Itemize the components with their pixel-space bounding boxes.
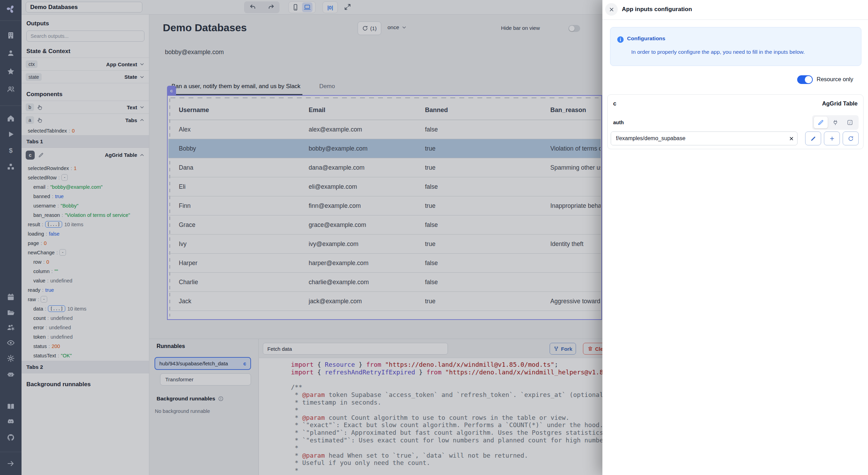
book-icon[interactable] bbox=[7, 402, 15, 411]
output-tree-row-ready[interactable]: ready:true bbox=[22, 285, 149, 295]
table-row[interactable]: Bobbybobby@example.comtrueViolation of t… bbox=[168, 139, 601, 158]
folder-icon[interactable] bbox=[7, 308, 15, 317]
component-row-c[interactable]: c AgGrid Table bbox=[22, 148, 149, 162]
tabs1-section-header[interactable]: Tabs 1 bbox=[22, 135, 149, 148]
text-component[interactable]: bobby@example.com bbox=[165, 49, 224, 56]
chevron-up-icon[interactable] bbox=[139, 152, 145, 158]
canvas-tab-1[interactable]: Demo bbox=[317, 80, 337, 95]
table-row[interactable]: Finnfinn@example.comtrueInappropriate be… bbox=[168, 196, 601, 215]
grid-align-button[interactable]: |0| bbox=[323, 1, 338, 13]
runnable-item-fetch-data[interactable]: hub/943/supabase/fetch_data c bbox=[155, 357, 251, 370]
column-header-username[interactable]: Username bbox=[179, 107, 309, 114]
output-tree-row-selectedRowIndex[interactable]: selectedRowIndex:1 bbox=[22, 163, 149, 173]
connect-mode-button[interactable] bbox=[828, 117, 842, 128]
app-title-input[interactable] bbox=[26, 2, 142, 12]
pencil-icon[interactable] bbox=[38, 152, 44, 158]
table-row[interactable]: Ivyivy@example.comtrueIdentity theft bbox=[168, 235, 601, 254]
canvas-tab-0[interactable]: Ban a user, notify them by email, and us… bbox=[169, 80, 302, 95]
tree-value[interactable]: - bbox=[61, 174, 68, 181]
reload-resource-button[interactable] bbox=[843, 132, 859, 145]
column-header-email[interactable]: Email bbox=[309, 107, 425, 114]
users-icon[interactable] bbox=[7, 85, 15, 93]
dollar-icon[interactable]: $ bbox=[7, 146, 15, 155]
output-tree-row-status[interactable]: status:200 bbox=[22, 341, 149, 351]
tabs2-section-header[interactable]: Tabs 2 bbox=[22, 361, 149, 373]
table-row[interactable]: Danadana@example.comtrueSpamming other u… bbox=[168, 158, 601, 177]
output-tree-row-ban_reason[interactable]: ban_reason:"Violation of terms of servic… bbox=[22, 210, 149, 220]
schedule-select[interactable]: once bbox=[387, 24, 407, 31]
table-row[interactable]: Jackjack@example.comtrueAggressive towar… bbox=[168, 292, 601, 311]
output-tree-row-email[interactable]: email:"bobby@example.com" bbox=[22, 182, 149, 192]
output-tree-row-selectedRow[interactable]: selectedRow:- bbox=[22, 173, 149, 182]
chevron-down-icon[interactable] bbox=[139, 74, 145, 80]
redo-icon[interactable] bbox=[267, 3, 275, 11]
output-tree-row-statusText[interactable]: statusText:"OK" bbox=[22, 351, 149, 360]
code-editor[interactable]: import { Resource } from "https://deno.l… bbox=[259, 358, 603, 475]
component-row-a[interactable]: a Tabs bbox=[22, 113, 149, 126]
boxes-icon[interactable] bbox=[7, 163, 15, 171]
desktop-view-icon[interactable] bbox=[302, 2, 312, 12]
chevron-up-icon[interactable] bbox=[139, 117, 145, 123]
table-row[interactable]: Gracegrace@example.comfalse bbox=[168, 215, 601, 235]
output-tree-row-newChange[interactable]: newChange:- bbox=[22, 248, 149, 257]
chevron-down-icon[interactable] bbox=[139, 61, 145, 67]
output-tree-row-token[interactable]: token:undefined bbox=[22, 332, 149, 341]
output-tree-row-loading[interactable]: loading:false bbox=[22, 229, 149, 238]
play-icon[interactable] bbox=[7, 130, 15, 138]
hide-bar-toggle[interactable] bbox=[568, 25, 580, 32]
output-tree-row-count[interactable]: count:undefined bbox=[22, 313, 149, 323]
aggrid-table-component[interactable]: c UsernameEmailBannedBan_reason Alexalex… bbox=[167, 95, 602, 320]
discord-icon[interactable] bbox=[7, 417, 15, 426]
runnable-item-transformer[interactable]: Transformer bbox=[160, 373, 251, 385]
output-tree-row-data[interactable]: data:[...]10 items bbox=[22, 304, 149, 313]
static-mode-button[interactable] bbox=[814, 117, 828, 128]
search-outputs-input[interactable] bbox=[26, 31, 144, 42]
tree-value[interactable]: - bbox=[41, 296, 47, 303]
clear-resource-button[interactable] bbox=[785, 136, 797, 141]
table-row[interactable]: Harperharper@example.comfalse bbox=[168, 254, 601, 273]
add-resource-button[interactable] bbox=[824, 132, 840, 145]
component-row-b[interactable]: b Text bbox=[22, 101, 149, 113]
column-header-ban_reason[interactable]: Ban_reason bbox=[550, 107, 601, 114]
output-tree-row-column[interactable]: column:"" bbox=[22, 266, 149, 276]
table-row[interactable]: Alexalex@example.comfalse bbox=[168, 120, 601, 139]
refresh-app-button[interactable]: (1) bbox=[358, 22, 381, 35]
output-tree-row-row[interactable]: row:0 bbox=[22, 257, 149, 266]
building-icon[interactable] bbox=[7, 31, 15, 40]
star-icon[interactable] bbox=[7, 67, 15, 76]
output-tree-row-result[interactable]: result:[...]10 items bbox=[22, 220, 149, 229]
output-row-state[interactable]: state State bbox=[22, 70, 149, 83]
column-header-banned[interactable]: Banned bbox=[425, 107, 550, 114]
resource-only-toggle[interactable] bbox=[797, 75, 813, 84]
tree-value[interactable]: - bbox=[59, 249, 66, 256]
edit-resource-button[interactable] bbox=[805, 132, 821, 145]
eval-mode-button[interactable]: f bbox=[843, 117, 857, 128]
github-icon[interactable] bbox=[7, 433, 15, 442]
tree-value[interactable]: [...] bbox=[45, 221, 62, 228]
gear-icon[interactable] bbox=[7, 354, 15, 363]
output-tree-row-banned[interactable]: banned:true bbox=[22, 192, 149, 201]
arrow-right-icon[interactable] bbox=[7, 459, 15, 468]
user-icon[interactable] bbox=[7, 49, 15, 57]
users-cog-icon[interactable] bbox=[7, 323, 15, 332]
home-icon[interactable] bbox=[7, 114, 15, 122]
undo-icon[interactable] bbox=[249, 3, 257, 11]
resource-path-input[interactable] bbox=[611, 132, 785, 145]
output-tree-row-username[interactable]: username:"Bobby" bbox=[22, 201, 149, 210]
mobile-view-icon[interactable] bbox=[292, 3, 299, 11]
bot-icon[interactable] bbox=[7, 370, 15, 378]
output-tree-row-value[interactable]: value:undefined bbox=[22, 276, 149, 285]
output-tree-row-page[interactable]: page:0 bbox=[22, 238, 149, 248]
tree-value[interactable]: [...] bbox=[48, 305, 65, 312]
maximize-icon[interactable] bbox=[344, 3, 351, 11]
runnable-name-input[interactable] bbox=[263, 343, 448, 355]
output-row-ctx[interactable]: ctx App Context bbox=[22, 58, 149, 70]
calendar-icon[interactable] bbox=[7, 293, 15, 301]
output-tree-row-raw[interactable]: raw:- bbox=[22, 295, 149, 304]
fork-button[interactable]: Fork bbox=[550, 343, 576, 355]
close-drawer-button[interactable] bbox=[605, 3, 618, 16]
table-row[interactable]: Elieli@example.comfalse bbox=[168, 177, 601, 196]
eye-icon[interactable] bbox=[7, 339, 15, 347]
chevron-down-icon[interactable] bbox=[139, 104, 145, 110]
output-tree-row-error[interactable]: error:undefined bbox=[22, 323, 149, 332]
